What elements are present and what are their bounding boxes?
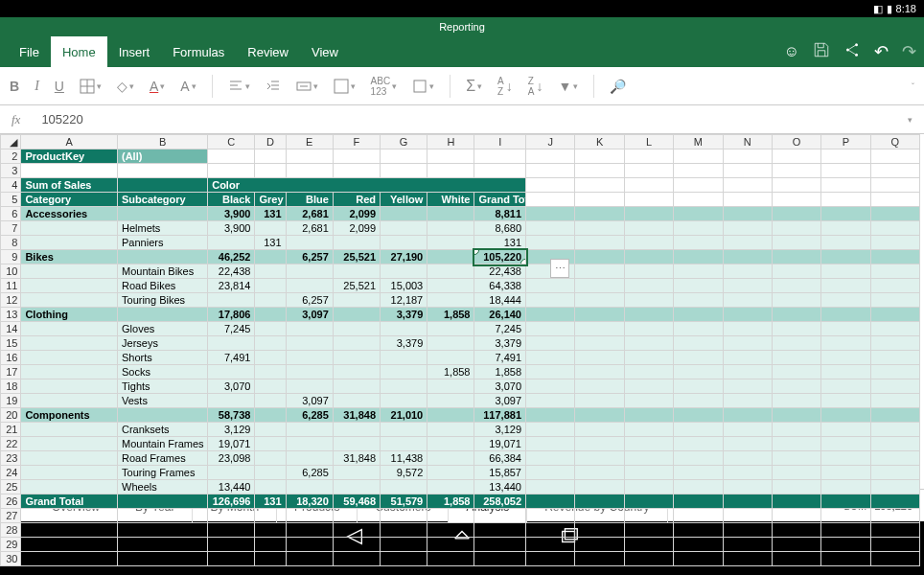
cell-20-4[interactable]: 21,010 <box>381 408 427 423</box>
cell-9-5[interactable] <box>427 250 474 264</box>
col-header-G[interactable]: G <box>381 135 427 150</box>
cell-26-5[interactable]: 1,858 <box>427 494 474 509</box>
formula-expand-icon[interactable]: ▾ <box>908 115 912 125</box>
cell-10-4[interactable] <box>381 264 427 279</box>
cell-6-3[interactable]: 2,099 <box>333 207 380 221</box>
filter-button[interactable]: ▼▾ <box>558 79 578 94</box>
cell-23-2[interactable] <box>286 451 333 466</box>
cell-9-2[interactable]: 6,257 <box>286 250 333 264</box>
cell-18-2[interactable] <box>286 380 333 394</box>
cell-18-1[interactable] <box>255 380 286 394</box>
cell-sub-13[interactable] <box>118 308 208 322</box>
borders-button[interactable]: ▾ <box>80 79 102 94</box>
menu-formulas[interactable]: Formulas <box>161 36 236 67</box>
menu-view[interactable]: View <box>300 36 350 67</box>
cell-13-5[interactable]: 1,858 <box>427 308 474 322</box>
cell-6-6[interactable]: 8,811 <box>474 207 526 221</box>
cell-20-5[interactable] <box>427 408 474 423</box>
cell-24-5[interactable] <box>427 466 474 480</box>
cell-8-1[interactable]: 131 <box>255 236 286 250</box>
cell-21-6[interactable]: 3,129 <box>474 423 526 437</box>
cell-cat-9[interactable]: Bikes <box>21 250 118 264</box>
cell-22-5[interactable] <box>427 437 474 451</box>
cell-11-2[interactable] <box>286 279 333 293</box>
cell-sub-10[interactable]: Mountain Bikes <box>118 264 208 279</box>
cell-sub-23[interactable]: Road Frames <box>118 451 208 466</box>
menu-home[interactable]: Home <box>51 36 107 67</box>
cell-22-6[interactable]: 19,071 <box>474 437 526 451</box>
cell-cat-20[interactable]: Components <box>21 408 118 423</box>
cell-22-1[interactable] <box>255 437 286 451</box>
cell-cat-16[interactable] <box>21 351 118 365</box>
cell-14-3[interactable] <box>333 322 380 336</box>
cell-9-3[interactable]: 25,521 <box>333 250 380 264</box>
cell-12-1[interactable] <box>255 293 286 308</box>
cell-15-0[interactable] <box>208 336 255 351</box>
cell-sub-15[interactable]: Jerseys <box>118 336 208 351</box>
col-header-Q[interactable]: Q <box>870 135 919 150</box>
formula-value[interactable]: 105220 <box>41 112 908 126</box>
cell-11-5[interactable] <box>427 279 474 293</box>
merge-button[interactable]: ▾ <box>296 79 318 94</box>
cell-7-5[interactable] <box>427 221 474 236</box>
cell-15-6[interactable]: 3,379 <box>474 336 526 351</box>
save-icon[interactable] <box>813 41 830 62</box>
cell-22-3[interactable] <box>333 437 380 451</box>
cell-10-3[interactable] <box>333 264 380 279</box>
cell-17-3[interactable] <box>333 365 380 380</box>
cell-cat-12[interactable] <box>21 293 118 308</box>
cell-23-4[interactable]: 11,438 <box>381 451 427 466</box>
cell-12-6[interactable]: 18,444 <box>474 293 526 308</box>
cell-14-2[interactable] <box>286 322 333 336</box>
cell-sub-12[interactable]: Touring Bikes <box>118 293 208 308</box>
cell-sub-14[interactable]: Gloves <box>118 322 208 336</box>
cell-17-2[interactable] <box>286 365 333 380</box>
cell-18-3[interactable] <box>333 380 380 394</box>
cell-16-6[interactable]: 7,491 <box>474 351 526 365</box>
share-icon[interactable] <box>843 41 861 62</box>
cell-cat-23[interactable] <box>21 451 118 466</box>
cell-13-0[interactable]: 17,806 <box>208 308 255 322</box>
cell-22-4[interactable] <box>381 437 427 451</box>
cell-sub-24[interactable]: Touring Frames <box>118 466 208 480</box>
cell-16-4[interactable] <box>381 351 427 365</box>
cell-22-0[interactable]: 19,071 <box>208 437 255 451</box>
cell-10-2[interactable] <box>286 264 333 279</box>
context-menu-button[interactable]: ⋯ <box>550 259 569 278</box>
cell-cat-22[interactable] <box>21 437 118 451</box>
col-header-D[interactable]: D <box>255 135 286 150</box>
cell-sub-20[interactable] <box>118 408 208 423</box>
cell-23-6[interactable]: 66,384 <box>474 451 526 466</box>
cell-16-5[interactable] <box>427 351 474 365</box>
cell-cat-24[interactable] <box>21 466 118 480</box>
cell-10-5[interactable] <box>427 264 474 279</box>
cell-17-1[interactable] <box>255 365 286 380</box>
cell-cat-7[interactable] <box>21 221 118 236</box>
cell-11-6[interactable]: 64,338 <box>474 279 526 293</box>
cell-6-1[interactable]: 131 <box>255 207 286 221</box>
cell-19-2[interactable]: 3,097 <box>286 394 333 408</box>
underline-button[interactable]: U <box>55 79 64 94</box>
indent-button[interactable] <box>266 79 281 94</box>
cell-23-1[interactable] <box>255 451 286 466</box>
col-header-K[interactable]: K <box>575 135 624 150</box>
font-button[interactable]: A▾ <box>180 79 196 94</box>
cell-13-3[interactable] <box>333 308 380 322</box>
cell-26-1[interactable]: 131 <box>255 494 286 509</box>
menu-insert[interactable]: Insert <box>107 36 162 67</box>
sort-desc-button[interactable]: ZA↓ <box>528 76 543 97</box>
cell-19-0[interactable] <box>208 394 255 408</box>
sum-button[interactable]: Σ▾ <box>466 78 482 95</box>
cell-10-6[interactable]: 22,438 <box>474 264 526 279</box>
cell-cat-15[interactable] <box>21 336 118 351</box>
cell-15-1[interactable] <box>255 336 286 351</box>
find-button[interactable]: 🔎 <box>610 79 626 94</box>
cell-9-4[interactable]: 27,190 <box>381 250 427 264</box>
cell-8-5[interactable] <box>427 236 474 250</box>
cell-7-2[interactable]: 2,681 <box>286 221 333 236</box>
cell-cat-14[interactable] <box>21 322 118 336</box>
cell-cat-17[interactable] <box>21 365 118 380</box>
cell-sub-17[interactable]: Socks <box>118 365 208 380</box>
cell-23-0[interactable]: 23,098 <box>208 451 255 466</box>
cell-21-1[interactable] <box>255 423 286 437</box>
